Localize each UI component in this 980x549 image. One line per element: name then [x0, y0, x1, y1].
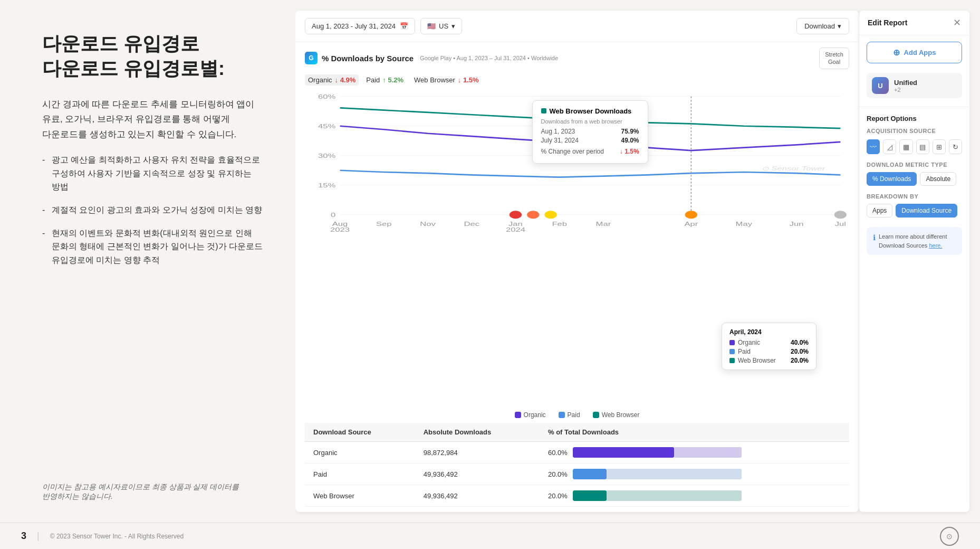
svg-text:Jul: Jul: [835, 221, 846, 227]
chevron-down-icon-dl: ▾: [838, 22, 841, 30]
line-chart-icon-btn[interactable]: 〰: [867, 139, 880, 154]
chart-toolbar: Aug 1, 2023 - July 31, 2024 📅 🇺🇸 US ▾ Do…: [295, 11, 859, 42]
tooltip-desc: Downloads from a web browser: [541, 118, 639, 125]
main-title: 다운로드 유입경로 다운로드 유입경로별:: [42, 32, 264, 81]
footer-copyright: © 2023 Sensor Tower Inc. - All Rights Re…: [50, 533, 184, 540]
report-options-title: Report Options: [859, 110, 969, 126]
unified-section: U Unified +2: [859, 70, 969, 103]
add-apps-label: Add Apps: [904, 49, 936, 56]
svg-text:60%: 60%: [318, 93, 335, 100]
footer-logo: ⊙: [940, 527, 959, 546]
refresh-icon-btn[interactable]: ↻: [949, 139, 962, 154]
svg-text:Mar: Mar: [596, 221, 611, 227]
chart-title-row: G % Downloads by Source Google Play • Au…: [305, 52, 558, 64]
svg-text:Feb: Feb: [552, 221, 567, 227]
calendar-icon: 📅: [400, 22, 408, 30]
date-range-button[interactable]: Aug 1, 2023 - July 31, 2024 📅: [305, 18, 415, 34]
cell-absolute-1: 49,936,492: [415, 463, 540, 485]
col-source: Download Source: [305, 423, 415, 442]
unified-label: Unified: [894, 79, 917, 87]
unified-item[interactable]: U Unified +2: [867, 73, 962, 98]
bullet-list: 광고 예산을 최적화하고 사용자 유치 전략을 효율적으로 구성하여 사용자 기…: [42, 153, 264, 276]
cell-pct-0: 60.0%: [540, 442, 849, 463]
col-pct: % of Total Downloads: [540, 423, 849, 442]
cell-absolute-2: 49,936,492: [415, 485, 540, 507]
cell-source-1: Paid: [305, 463, 415, 485]
unified-avatar: U: [872, 77, 889, 94]
stretch-goal-button[interactable]: Stretch Goal: [819, 48, 849, 69]
data-table: Download Source Absolute Downloads % of …: [305, 423, 849, 507]
metric-tab-organic[interactable]: Organic ↓ 4.9%: [305, 74, 359, 86]
download-button[interactable]: Download ▾: [796, 18, 849, 34]
table-icon-btn[interactable]: ⊞: [933, 139, 946, 154]
metric-tab-webbrowser[interactable]: Web Browser ↓ 1.5%: [411, 74, 482, 86]
organic-pct: ↓ 4.9%: [335, 76, 356, 84]
area-chart-icon-btn[interactable]: ◿: [883, 139, 896, 154]
footer-left: 3 | © 2023 Sensor Tower Inc. - All Right…: [21, 531, 184, 542]
download-label: Download: [804, 22, 835, 30]
paid-pct: ↑ 5.2%: [382, 76, 403, 84]
organic-label: Organic: [308, 76, 332, 84]
svg-text:Jun: Jun: [790, 221, 804, 227]
region-button[interactable]: 🇺🇸 US ▾: [420, 18, 462, 34]
svg-text:30%: 30%: [318, 153, 335, 159]
absolute-btn[interactable]: Absolute: [920, 172, 956, 186]
app-icon: G: [305, 52, 318, 64]
table-row: Organic 98,872,984 60.0%: [305, 442, 849, 463]
bullet-item-2: 계절적 요인이 광고의 효과와 오가닉 성장에 미치는 영향: [42, 203, 264, 217]
chart-type-icons: 〰 ◿ ▦ ▤ ⊞ ↻: [859, 136, 969, 159]
chart-header: G % Downloads by Source Google Play • Au…: [295, 42, 859, 69]
footer-divider: |: [37, 531, 40, 542]
data-table-section: Download Source Absolute Downloads % of …: [295, 423, 859, 512]
svg-point-28: [834, 211, 847, 219]
info-icon: ℹ: [873, 232, 876, 250]
paid-label: Paid: [366, 76, 380, 84]
legend-paid: Paid: [559, 411, 580, 419]
chart-legend: Organic Paid Web Browser: [295, 407, 859, 423]
bullet-item-3: 현재의 이벤트와 문화적 변화(대내외적 원인으로 인해 문화의 형태에 근본적…: [42, 226, 264, 267]
chart-title: % Downloads by Source: [322, 54, 414, 63]
legend-organic: Organic: [515, 411, 546, 419]
apps-breakdown-btn[interactable]: Apps: [867, 204, 892, 217]
svg-text:Nov: Nov: [420, 221, 436, 227]
svg-text:2024: 2024: [506, 226, 525, 233]
pct-downloads-btn[interactable]: % Downloads: [867, 172, 917, 186]
description-text: 시간 경과에 따른 다운로드 추세를 모니터링하여 앱이 유료, 오가닉, 브라…: [42, 97, 264, 143]
info-box: ℹ Learn more about different Download So…: [867, 227, 962, 255]
download-metric-type-label: Download Metric Type: [859, 159, 969, 170]
table-row: Paid 49,936,492 20.0%: [305, 463, 849, 485]
cell-source-2: Web Browser: [305, 485, 415, 507]
svg-point-24: [510, 211, 522, 219]
info-link[interactable]: here.: [929, 242, 942, 249]
unified-sub: +2: [894, 87, 917, 93]
tooltip-row2: July 31, 2024 49.0%: [541, 137, 639, 144]
download-source-breakdown-btn[interactable]: Download Source: [896, 204, 957, 217]
legend-webbrowser: Web Browser: [593, 411, 640, 419]
svg-text:Dec: Dec: [464, 221, 479, 227]
webbrowser-pct: ↓ 1.5%: [458, 76, 479, 84]
cell-pct-2: 20.0%: [540, 485, 849, 507]
edit-report-panel: Edit Report ✕ ⊕ Add Apps U Unified +2 Re…: [859, 11, 969, 512]
april-row-paid: Paid 20.0%: [729, 348, 809, 355]
tooltip-change-row: % Change over period ↓ 1.5%: [541, 148, 639, 155]
cell-absolute-0: 98,872,984: [415, 442, 540, 463]
close-button[interactable]: ✕: [953, 18, 961, 27]
april-tooltip-title: April, 2024: [729, 328, 809, 336]
svg-text:0: 0: [331, 212, 335, 218]
add-apps-button[interactable]: ⊕ Add Apps: [867, 42, 962, 63]
cell-pct-1: 20.0%: [540, 463, 849, 485]
svg-text:2023: 2023: [330, 226, 350, 233]
bar-chart-icon-btn[interactable]: ▤: [916, 139, 929, 154]
acquisition-source-label: ACQUISITION SOURCE: [859, 126, 969, 136]
edit-panel-header: Edit Report ✕: [859, 11, 969, 35]
col-absolute: Absolute Downloads: [415, 423, 540, 442]
svg-text:⊙ Sensor Tower: ⊙ Sensor Tower: [762, 165, 826, 171]
metric-tab-paid[interactable]: Paid ↑ 5.2%: [363, 74, 407, 86]
svg-text:Sep: Sep: [376, 221, 392, 227]
breakdown-by-label: Breakdown By: [859, 191, 969, 202]
april-row-organic: Organic 40.0%: [729, 339, 809, 346]
page-number: 3: [21, 531, 26, 542]
plus-icon: ⊕: [893, 48, 900, 58]
legend-paid-label: Paid: [568, 411, 580, 419]
bar-chart-vertical-icon-btn[interactable]: ▦: [899, 139, 912, 154]
